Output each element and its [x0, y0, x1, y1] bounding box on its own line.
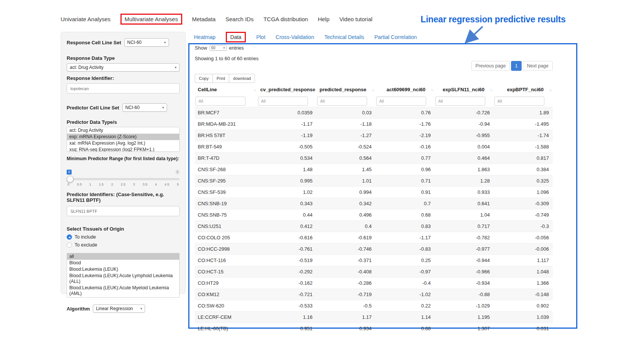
table-row: CNS:SF-5391.020.9940.910.9331.096	[195, 187, 553, 198]
slider-tick-label: 4	[155, 183, 157, 186]
column-header-cv-predicted-response[interactable]: cv_predicted_response↑↓	[257, 84, 316, 95]
algorithm-select[interactable]: Linear Regression ▾	[93, 304, 145, 313]
value-cell: 0.91	[375, 187, 435, 198]
table-row: BR:MCF70.03590.030.76-0.7261.89	[195, 107, 553, 119]
table-row: CO:HT29-0.162-0.286-0.4-0.9341.366	[195, 278, 553, 289]
next-page-button[interactable]: Next page	[523, 61, 553, 71]
filter-input-expslfn11-nci60[interactable]	[435, 97, 485, 106]
filter-input-cv-predicted-response[interactable]	[258, 97, 308, 106]
option-xsq-rna-seq-expression-log2-fpkm-1[interactable]: xsq: RNA-seq Expression (log2 FPKM+1.)	[67, 147, 179, 152]
option-act-drug-activity[interactable]: act: Drug Activity	[67, 127, 179, 134]
value-cell: 0.933	[435, 187, 494, 198]
column-header-expslfn11-nci60[interactable]: expSLFN11_nci60↑↓	[435, 84, 494, 95]
value-cell: 0.44	[257, 209, 316, 221]
response-cell-line-set-select[interactable]: NCI-60 ▾	[124, 38, 169, 47]
download-button[interactable]: download	[229, 74, 255, 83]
response-data-type-select[interactable]: act: Drug Activity ▾	[67, 63, 180, 72]
slider-tick-label: 2	[111, 183, 113, 186]
option-blood[interactable]: Blood	[67, 260, 179, 266]
column-header-label: expSLFN11_nci60	[442, 87, 485, 92]
filter-input-predicted-response[interactable]	[317, 97, 367, 106]
value-cell: 0.03	[316, 107, 375, 119]
predictor-cell-line-set-label: Predictor Cell Line Set	[67, 105, 119, 111]
nav-item-help[interactable]: Help	[318, 16, 330, 22]
predictor-identifiers-input[interactable]	[67, 206, 180, 216]
chevron-down-icon: ▾	[164, 41, 166, 44]
selected-value: act: Drug Activity	[70, 65, 103, 70]
value-cell: 1.16	[257, 312, 316, 323]
value-cell: 1.307	[435, 323, 494, 334]
page-number-button[interactable]: 1	[511, 61, 522, 71]
column-header-act609699-nci60[interactable]: act609699_nci60↑↓	[375, 84, 435, 95]
filter-input-act609699-nci60[interactable]	[376, 97, 426, 106]
show-entries-suffix: entries	[229, 45, 244, 51]
value-cell: -1.18	[316, 119, 375, 130]
value-cell: 0.325	[494, 175, 553, 187]
sort-icon: ↑↓	[490, 87, 492, 92]
slider-handle[interactable]	[67, 176, 73, 183]
option-exp-mrna-expression-z-score[interactable]: exp: mRNA Expression (Z-Score)	[67, 134, 179, 140]
tab-heatmap[interactable]: Heatmap	[194, 34, 216, 40]
option-blood-leukemia-leuk-chronic-myelogenous-leukemia-cml[interactable]: Blood:Leukemia (LEUK):Chronic Myelogenou…	[67, 297, 179, 298]
tab-partial-correlation[interactable]: Partial Correlation	[374, 34, 417, 40]
value-cell: -1.029	[435, 300, 494, 312]
radio-to-include[interactable]: To include	[67, 234, 180, 240]
nav-item-multivariate-analyses[interactable]: Multivariate Analyses	[120, 14, 182, 25]
value-cell: -0.782	[435, 232, 494, 243]
column-header-predicted-response[interactable]: predicted_response↑↓	[316, 84, 375, 95]
column-header-cellline[interactable]: CellLine↑↓	[195, 84, 257, 95]
option-blood-leukemia-leuk-acute-myeloid-leukemia-aml[interactable]: Blood:Leukemia (LEUK):Acute Myeloid Leuk…	[67, 285, 179, 297]
sort-icon: ↑↓	[549, 87, 551, 92]
cellline-cell: CO:HCT-116	[195, 255, 257, 266]
filter-input-expbptf-nci60[interactable]	[494, 97, 544, 106]
value-cell: -1.19	[257, 130, 316, 141]
value-cell: -0.148	[494, 289, 553, 300]
table-row: CNS:SF-2950.9951.010.711.280.325	[195, 175, 553, 187]
predictor-cell-line-set-select[interactable]: NCI-60 ▾	[122, 103, 167, 112]
nav-item-univariate-analyses[interactable]: Univariate Analyses	[61, 16, 111, 22]
response-identifier-input[interactable]	[67, 83, 180, 94]
tab-cross-validation[interactable]: Cross-Validation	[276, 34, 314, 40]
algorithm-label: Algorithm	[67, 306, 90, 312]
response-identifier-label: Response Identifier:	[67, 75, 180, 81]
value-cell: -0.533	[257, 300, 316, 312]
pagination: Previous page 1 Next page	[471, 61, 553, 71]
slider-track[interactable]	[67, 178, 180, 180]
value-cell: -1.17	[375, 232, 435, 243]
cellline-cell: CNS:SNB-75	[195, 209, 257, 221]
table-row: CO:HCT-15-0.292-0.408-0.97-0.9661.048	[195, 266, 553, 278]
previous-page-button[interactable]: Previous page	[471, 61, 510, 71]
value-cell: -0.505	[257, 141, 316, 153]
sort-icon: ↑↓	[431, 87, 433, 92]
option-xai-mrna-expression-avg-log2-int[interactable]: xai: mRNA Expression (Avg. log2 Int.)	[67, 140, 179, 147]
value-cell: -0.746	[316, 243, 375, 255]
option-blood-leukemia-leuk[interactable]: Blood:Leukemia (LEUK)	[67, 266, 179, 273]
column-header-expbptf-nci60[interactable]: expBPTF_nci60↑↓	[494, 84, 553, 95]
nav-item-tcga-distribution[interactable]: TCGA distribution	[263, 16, 308, 22]
option-blood-leukemia-leuk-acute-lymphoid-leukemia-all[interactable]: Blood:Leukemia (LEUK):Acute Lymphoid Leu…	[67, 273, 179, 285]
show-entries-select[interactable]: 60 ▾	[209, 45, 227, 51]
copy-button[interactable]: Copy	[195, 74, 213, 83]
nav-item-search-ids[interactable]: Search IDs	[225, 16, 253, 22]
value-cell: 0.004	[435, 141, 494, 153]
option-all[interactable]: all	[67, 253, 179, 260]
value-cell: -0.721	[257, 289, 316, 300]
print-button[interactable]: Print	[213, 74, 230, 83]
value-cell: 0.77	[375, 153, 435, 164]
selected-value: NCI-60	[127, 40, 142, 45]
value-cell: -1.27	[316, 130, 375, 141]
tab-plot[interactable]: Plot	[256, 34, 265, 40]
app-page: Univariate AnalysesMultivariate Analyses…	[0, 0, 644, 362]
filter-cell	[257, 95, 316, 107]
filter-input-cellline[interactable]	[195, 97, 245, 106]
chevron-down-icon: ▾	[141, 307, 142, 311]
value-cell: -0.944	[435, 255, 494, 266]
tab-data[interactable]: Data	[226, 32, 246, 42]
tab-technical-details[interactable]: Technical Details	[324, 34, 364, 40]
predictor-data-types-label: Predictor Data Type/s	[67, 119, 180, 125]
nav-item-video-tutorial[interactable]: Video tutorial	[339, 16, 372, 22]
table-row: BR:BT-549-0.505-0.524-0.160.004-1.588	[195, 141, 553, 153]
nav-item-metadata[interactable]: Metadata	[192, 16, 216, 22]
table-row: CNS:U2510.4120.40.830.717-0.3	[195, 221, 553, 232]
radio-to-exclude[interactable]: To exclude	[67, 242, 180, 248]
